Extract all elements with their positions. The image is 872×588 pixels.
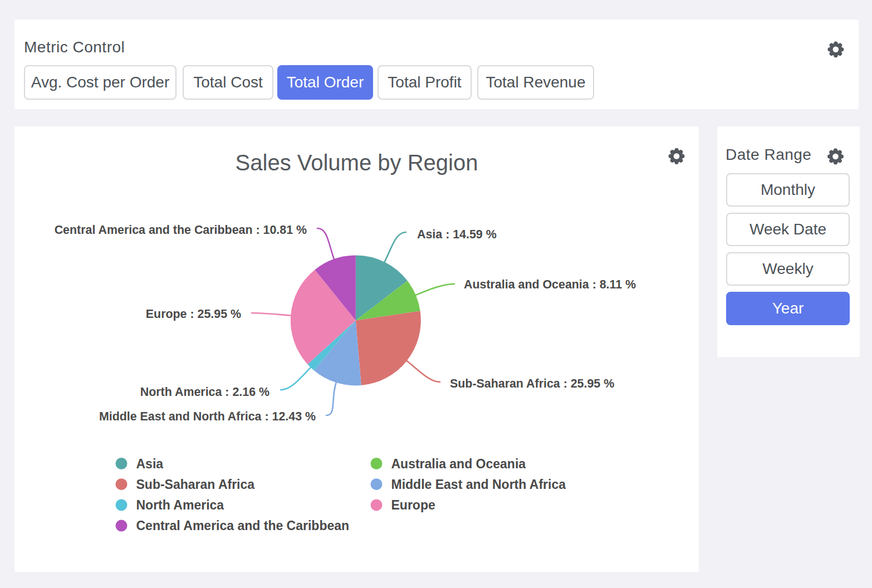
svg-text:North America: North America <box>136 498 224 512</box>
svg-text:Central America and the Caribb: Central America and the Caribbean <box>136 518 350 533</box>
svg-text:Europe : 25.95 %: Europe : 25.95 % <box>146 307 241 321</box>
svg-text:Middle East and North Africa: Middle East and North Africa <box>391 477 566 492</box>
svg-text:North America : 2.16 %: North America : 2.16 % <box>140 385 270 399</box>
svg-text:Asia : 14.59 %: Asia : 14.59 % <box>417 228 497 241</box>
svg-text:Australia and Oceania: Australia and Oceania <box>391 457 526 471</box>
svg-text:Sub-Saharan Africa: Sub-Saharan Africa <box>136 477 255 492</box>
svg-text:Sub-Saharan Africa : 25.95 %: Sub-Saharan Africa : 25.95 % <box>450 377 614 390</box>
svg-text:Asia: Asia <box>136 457 164 471</box>
svg-text:Australia and Oceania : 8.11 %: Australia and Oceania : 8.11 % <box>464 278 636 291</box>
svg-text:Europe: Europe <box>391 498 435 512</box>
svg-text:Central America and the Caribb: Central America and the Caribbean : 10.8… <box>55 223 307 237</box>
svg-text:Middle East and North Africa :: Middle East and North Africa : 12.43 % <box>99 410 316 423</box>
